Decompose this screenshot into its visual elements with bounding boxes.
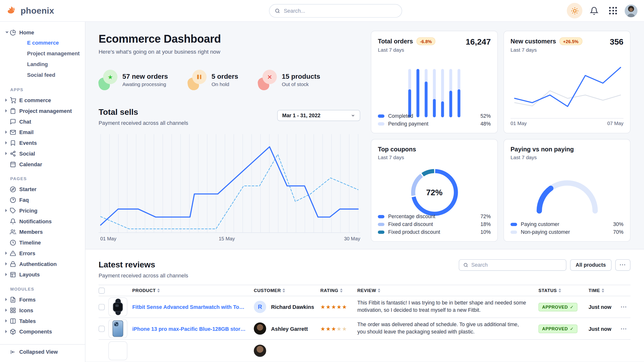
column-review[interactable]: REVIEW [357,288,538,293]
columns-icon [10,318,16,324]
notifications-button[interactable] [586,3,602,18]
sidebar-item-starter[interactable]: Starter [0,184,85,194]
column-time[interactable]: TIME [588,288,618,293]
calendar-icon [10,161,16,167]
sidebar-item-ecommerce-dashboard[interactable]: E commerce [0,38,85,48]
sidebar-item-faq[interactable]: Faq [0,194,85,205]
sort-icon [340,288,342,293]
sidebar-item-pricing[interactable]: Pricing [0,205,85,216]
column-product[interactable]: PRODUCT [132,288,254,293]
shopping-cart-icon [10,97,16,103]
sidebar-item-notifications[interactable]: Notifications [0,216,85,226]
sidebar-item-project-management-dashboard[interactable]: Project management [0,48,85,59]
product-link[interactable]: Fitbit Sense Advanced Smartwatch with To… [132,304,254,310]
all-products-button[interactable]: All products [570,259,612,271]
clock-icon [10,239,16,245]
row-actions-button[interactable]: ··· [618,326,630,332]
sidebar-item-authentication[interactable]: Authentication [0,258,85,269]
legend-value: 18% [480,221,491,227]
sidebar-nav: Home E commerce Project management Landi… [0,22,85,341]
chevron-right-icon [5,209,7,212]
star-icon: ★ [331,304,336,310]
sidebar-item-members[interactable]: Members [0,226,85,237]
bell-icon [590,6,598,15]
card-period: Last 7 days [378,47,435,53]
stat-value: 5 orders [212,73,238,80]
layout-icon [10,271,16,277]
customer-name: Ashley Garrett [271,326,308,332]
sort-icon [158,288,160,293]
sidebar-item-project-management[interactable]: Project management [0,106,85,116]
stat-value: 57 new orders [122,73,168,80]
sidebar-item-errors[interactable]: Errors [0,248,85,259]
date-range-select[interactable]: Mar 1 - 31, 2022 [277,110,360,121]
sidebar-item-chat[interactable]: Chat [0,116,85,127]
sidebar-item-components[interactable]: Components [0,326,85,337]
select-all-checkbox[interactable] [98,287,105,294]
reviews-search[interactable] [458,259,566,271]
sidebar-item-events[interactable]: Events [0,138,85,148]
collapse-sidebar-button[interactable]: Collapsed View [10,349,58,355]
users-icon [10,229,16,235]
chevron-right-icon [5,130,7,134]
product-link[interactable]: iPhone 13 pro max-Pacific Blue-128GB sto… [132,326,254,332]
card-title: Top coupons [378,146,416,153]
reviews-controls: All products ··· [458,259,630,271]
sidebar-item-landing[interactable]: Landing [0,59,85,70]
chevron-right-icon [5,298,7,301]
dashboard-overview-section: Ecommerce Dashboard Here's what's going … [86,22,644,249]
sidebar-item-icons[interactable]: Icons [0,305,85,316]
row-actions-button[interactable]: ··· [618,304,630,310]
reviews-table: PRODUCT CUSTOMER RATING REVIEW STATUS [98,285,630,362]
donut-center-value: 72% [410,168,459,217]
star-icon: ★ [336,326,342,332]
sidebar-item-tables[interactable]: Tables [0,316,85,326]
sidebar-item-layouts[interactable]: Layouts [0,269,85,280]
column-rating[interactable]: RATING [320,288,357,293]
product-thumbnail-smartwatch[interactable] [108,297,127,316]
bookmark-icon [10,140,16,146]
reviews-search-input[interactable] [471,262,562,268]
sidebar-item-calendar[interactable]: Calendar [0,159,85,170]
sidebar-item-forms[interactable]: Forms [0,294,85,305]
product-thumbnail-iphone[interactable] [108,319,127,338]
global-search-input[interactable] [284,8,396,14]
reviews-subtitle: Payment received across all channels [98,273,630,279]
star-icon: ★ [98,70,118,90]
apps-menu-button[interactable] [606,3,621,18]
sidebar-item-social[interactable]: Social [0,148,85,159]
legend-chip [378,114,384,118]
sidebar-item-ecommerce[interactable]: E commerce [0,95,85,106]
sun-icon [571,7,578,15]
sidebar-item-label: Forms [19,296,36,303]
sidebar-section-modules: MODULES [10,287,85,291]
column-status[interactable]: STATUS [538,288,588,293]
x-icon: ✕ [258,70,277,90]
sidebar-item-home[interactable]: Home [0,27,85,38]
column-customer[interactable]: CUSTOMER [254,288,320,293]
chevron-right-icon [5,330,7,333]
theme-toggle-button[interactable] [567,3,582,18]
star-icon: ★ [326,304,331,310]
product-thumbnail[interactable] [108,341,127,360]
sidebar-item-social-feed[interactable]: Social feed [0,70,85,80]
table-row-partial [98,340,630,362]
tag-icon [10,207,16,213]
user-avatar[interactable] [625,4,638,17]
sidebar-section-apps: APPS [10,87,85,92]
rating-stars: ★★★★★ [320,304,357,310]
sidebar-item-label: Icons [19,307,33,313]
global-search[interactable] [269,4,402,18]
check-icon: ✓ [570,326,574,331]
legend-label: Pending payment [388,121,428,127]
sidebar-item-email[interactable]: Email [0,127,85,138]
row-checkbox[interactable] [98,304,105,310]
row-checkbox[interactable] [98,326,105,332]
x-tick: 30 May [344,236,360,242]
reviews-more-button[interactable]: ··· [615,259,630,271]
legend-value: 52% [480,113,491,119]
sidebar-item-timeline[interactable]: Timeline [0,237,85,248]
brand-logo[interactable]: phoenix [6,5,54,16]
legend-chip [378,230,384,233]
sidebar-item-label: Chat [19,119,31,125]
